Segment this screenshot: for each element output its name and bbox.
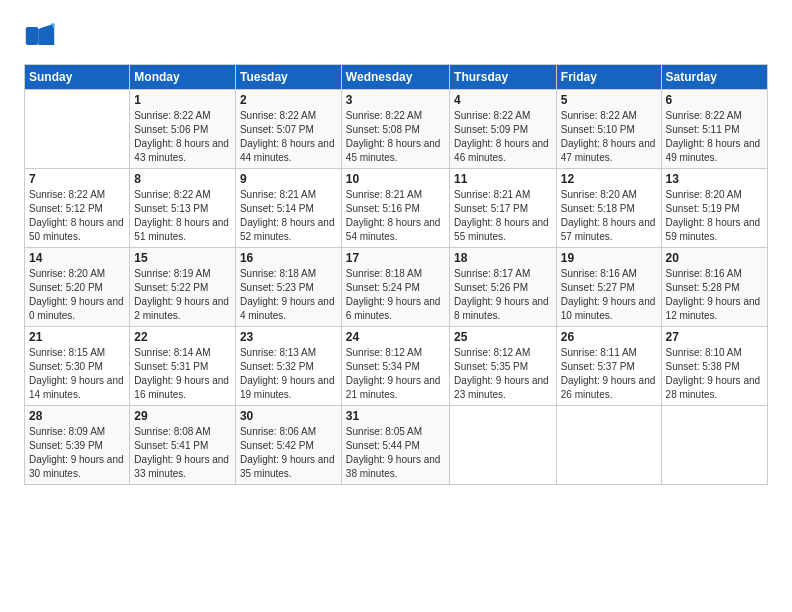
day-info: Sunrise: 8:20 AMSunset: 5:19 PMDaylight:…: [666, 188, 763, 244]
header: [24, 20, 768, 52]
weekday-header-monday: Monday: [130, 65, 236, 90]
weekday-header-tuesday: Tuesday: [235, 65, 341, 90]
day-info: Sunrise: 8:12 AMSunset: 5:34 PMDaylight:…: [346, 346, 445, 402]
weekday-header-saturday: Saturday: [661, 65, 767, 90]
day-info: Sunrise: 8:11 AMSunset: 5:37 PMDaylight:…: [561, 346, 657, 402]
calendar-table: SundayMondayTuesdayWednesdayThursdayFrid…: [24, 64, 768, 485]
day-number: 13: [666, 172, 763, 186]
day-cell: 27Sunrise: 8:10 AMSunset: 5:38 PMDayligh…: [661, 327, 767, 406]
day-cell: 21Sunrise: 8:15 AMSunset: 5:30 PMDayligh…: [25, 327, 130, 406]
day-number: 10: [346, 172, 445, 186]
day-cell: 25Sunrise: 8:12 AMSunset: 5:35 PMDayligh…: [450, 327, 557, 406]
day-cell: 6Sunrise: 8:22 AMSunset: 5:11 PMDaylight…: [661, 90, 767, 169]
day-info: Sunrise: 8:22 AMSunset: 5:09 PMDaylight:…: [454, 109, 552, 165]
day-number: 31: [346, 409, 445, 423]
day-cell: 8Sunrise: 8:22 AMSunset: 5:13 PMDaylight…: [130, 169, 236, 248]
day-cell: 13Sunrise: 8:20 AMSunset: 5:19 PMDayligh…: [661, 169, 767, 248]
day-cell: 10Sunrise: 8:21 AMSunset: 5:16 PMDayligh…: [341, 169, 449, 248]
day-cell: 7Sunrise: 8:22 AMSunset: 5:12 PMDaylight…: [25, 169, 130, 248]
day-info: Sunrise: 8:21 AMSunset: 5:16 PMDaylight:…: [346, 188, 445, 244]
day-info: Sunrise: 8:05 AMSunset: 5:44 PMDaylight:…: [346, 425, 445, 481]
day-info: Sunrise: 8:22 AMSunset: 5:06 PMDaylight:…: [134, 109, 231, 165]
day-number: 7: [29, 172, 125, 186]
day-info: Sunrise: 8:21 AMSunset: 5:14 PMDaylight:…: [240, 188, 337, 244]
day-info: Sunrise: 8:20 AMSunset: 5:18 PMDaylight:…: [561, 188, 657, 244]
day-cell: 19Sunrise: 8:16 AMSunset: 5:27 PMDayligh…: [556, 248, 661, 327]
week-row-5: 28Sunrise: 8:09 AMSunset: 5:39 PMDayligh…: [25, 406, 768, 485]
day-number: 23: [240, 330, 337, 344]
day-cell: 9Sunrise: 8:21 AMSunset: 5:14 PMDaylight…: [235, 169, 341, 248]
weekday-header-row: SundayMondayTuesdayWednesdayThursdayFrid…: [25, 65, 768, 90]
day-info: Sunrise: 8:16 AMSunset: 5:28 PMDaylight:…: [666, 267, 763, 323]
day-cell: 14Sunrise: 8:20 AMSunset: 5:20 PMDayligh…: [25, 248, 130, 327]
day-number: 24: [346, 330, 445, 344]
day-number: 2: [240, 93, 337, 107]
day-cell: [25, 90, 130, 169]
day-info: Sunrise: 8:16 AMSunset: 5:27 PMDaylight:…: [561, 267, 657, 323]
day-number: 28: [29, 409, 125, 423]
day-cell: 29Sunrise: 8:08 AMSunset: 5:41 PMDayligh…: [130, 406, 236, 485]
day-cell: 22Sunrise: 8:14 AMSunset: 5:31 PMDayligh…: [130, 327, 236, 406]
day-info: Sunrise: 8:22 AMSunset: 5:12 PMDaylight:…: [29, 188, 125, 244]
weekday-header-sunday: Sunday: [25, 65, 130, 90]
day-cell: 18Sunrise: 8:17 AMSunset: 5:26 PMDayligh…: [450, 248, 557, 327]
day-cell: 28Sunrise: 8:09 AMSunset: 5:39 PMDayligh…: [25, 406, 130, 485]
day-info: Sunrise: 8:15 AMSunset: 5:30 PMDaylight:…: [29, 346, 125, 402]
day-info: Sunrise: 8:06 AMSunset: 5:42 PMDaylight:…: [240, 425, 337, 481]
day-info: Sunrise: 8:12 AMSunset: 5:35 PMDaylight:…: [454, 346, 552, 402]
day-number: 8: [134, 172, 231, 186]
day-info: Sunrise: 8:22 AMSunset: 5:13 PMDaylight:…: [134, 188, 231, 244]
day-number: 29: [134, 409, 231, 423]
day-number: 22: [134, 330, 231, 344]
day-cell: 11Sunrise: 8:21 AMSunset: 5:17 PMDayligh…: [450, 169, 557, 248]
day-info: Sunrise: 8:14 AMSunset: 5:31 PMDaylight:…: [134, 346, 231, 402]
day-info: Sunrise: 8:08 AMSunset: 5:41 PMDaylight:…: [134, 425, 231, 481]
weekday-header-wednesday: Wednesday: [341, 65, 449, 90]
day-cell: 26Sunrise: 8:11 AMSunset: 5:37 PMDayligh…: [556, 327, 661, 406]
day-number: 20: [666, 251, 763, 265]
day-number: 11: [454, 172, 552, 186]
day-number: 5: [561, 93, 657, 107]
week-row-4: 21Sunrise: 8:15 AMSunset: 5:30 PMDayligh…: [25, 327, 768, 406]
day-cell: 31Sunrise: 8:05 AMSunset: 5:44 PMDayligh…: [341, 406, 449, 485]
day-cell: 12Sunrise: 8:20 AMSunset: 5:18 PMDayligh…: [556, 169, 661, 248]
day-info: Sunrise: 8:22 AMSunset: 5:08 PMDaylight:…: [346, 109, 445, 165]
day-cell: 16Sunrise: 8:18 AMSunset: 5:23 PMDayligh…: [235, 248, 341, 327]
day-cell: 23Sunrise: 8:13 AMSunset: 5:32 PMDayligh…: [235, 327, 341, 406]
svg-rect-0: [26, 27, 38, 45]
day-cell: [450, 406, 557, 485]
day-number: 6: [666, 93, 763, 107]
day-number: 12: [561, 172, 657, 186]
day-cell: 15Sunrise: 8:19 AMSunset: 5:22 PMDayligh…: [130, 248, 236, 327]
day-number: 1: [134, 93, 231, 107]
day-info: Sunrise: 8:17 AMSunset: 5:26 PMDaylight:…: [454, 267, 552, 323]
day-number: 4: [454, 93, 552, 107]
day-info: Sunrise: 8:13 AMSunset: 5:32 PMDaylight:…: [240, 346, 337, 402]
day-number: 16: [240, 251, 337, 265]
day-number: 21: [29, 330, 125, 344]
calendar-page: SundayMondayTuesdayWednesdayThursdayFrid…: [0, 0, 792, 612]
day-cell: 4Sunrise: 8:22 AMSunset: 5:09 PMDaylight…: [450, 90, 557, 169]
day-number: 14: [29, 251, 125, 265]
day-cell: 30Sunrise: 8:06 AMSunset: 5:42 PMDayligh…: [235, 406, 341, 485]
day-cell: 17Sunrise: 8:18 AMSunset: 5:24 PMDayligh…: [341, 248, 449, 327]
day-info: Sunrise: 8:10 AMSunset: 5:38 PMDaylight:…: [666, 346, 763, 402]
day-cell: 5Sunrise: 8:22 AMSunset: 5:10 PMDaylight…: [556, 90, 661, 169]
logo: [24, 20, 60, 52]
day-info: Sunrise: 8:21 AMSunset: 5:17 PMDaylight:…: [454, 188, 552, 244]
day-cell: 24Sunrise: 8:12 AMSunset: 5:34 PMDayligh…: [341, 327, 449, 406]
svg-marker-1: [38, 24, 54, 45]
day-number: 26: [561, 330, 657, 344]
day-number: 25: [454, 330, 552, 344]
day-number: 15: [134, 251, 231, 265]
day-info: Sunrise: 8:20 AMSunset: 5:20 PMDaylight:…: [29, 267, 125, 323]
day-cell: 1Sunrise: 8:22 AMSunset: 5:06 PMDaylight…: [130, 90, 236, 169]
day-number: 30: [240, 409, 337, 423]
day-cell: [661, 406, 767, 485]
weekday-header-friday: Friday: [556, 65, 661, 90]
day-number: 17: [346, 251, 445, 265]
week-row-2: 7Sunrise: 8:22 AMSunset: 5:12 PMDaylight…: [25, 169, 768, 248]
day-info: Sunrise: 8:22 AMSunset: 5:07 PMDaylight:…: [240, 109, 337, 165]
day-cell: 3Sunrise: 8:22 AMSunset: 5:08 PMDaylight…: [341, 90, 449, 169]
day-number: 9: [240, 172, 337, 186]
